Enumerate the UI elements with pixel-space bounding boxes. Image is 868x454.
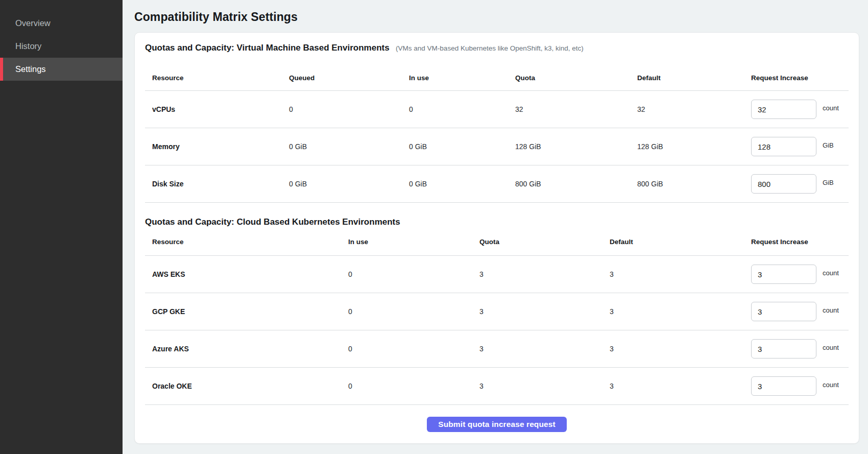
in-use-value: 0 GiB <box>409 180 515 188</box>
table-row-azure-aks: Azure AKS 0 3 3 count <box>145 330 849 368</box>
unit-label: GiB <box>823 179 834 186</box>
table-row-gcp-gke: GCP GKE 0 3 3 count <box>145 293 849 330</box>
main-content: Compatibility Matrix Settings Quotas and… <box>123 0 868 454</box>
column-header-in-use: In use <box>348 238 479 246</box>
default-value: 3 <box>610 270 751 278</box>
unit-label: GiB <box>823 141 834 149</box>
default-value: 32 <box>637 105 751 113</box>
column-header-resource: Resource <box>145 238 348 246</box>
in-use-value: 0 <box>348 382 479 390</box>
sidebar: Overview History Settings <box>0 0 123 454</box>
unit-label: count <box>823 306 839 314</box>
in-use-value: 0 GiB <box>409 142 515 151</box>
quota-value: 800 GiB <box>515 180 637 188</box>
resource-label: Azure AKS <box>145 345 348 353</box>
queued-value: 0 GiB <box>289 180 409 188</box>
default-value: 3 <box>610 382 751 390</box>
request-increase-cell: count <box>751 100 849 119</box>
request-increase-cell: count <box>751 339 849 359</box>
request-increase-cell: GiB <box>751 174 849 194</box>
sidebar-item-label: Settings <box>15 64 46 74</box>
sidebar-item-settings[interactable]: Settings <box>0 58 123 81</box>
card-footer: Submit quota increase request <box>145 405 849 444</box>
vm-section-heading-row: Quotas and Capacity: Virtual Machine Bas… <box>145 42 849 55</box>
sidebar-item-history[interactable]: History <box>0 35 123 58</box>
in-use-value: 0 <box>348 270 479 278</box>
submit-quota-increase-button[interactable]: Submit quota increase request <box>427 417 566 432</box>
request-increase-cell: count <box>751 302 849 321</box>
disk-size-request-input[interactable] <box>751 174 816 194</box>
unit-label: count <box>823 104 839 112</box>
vm-table-header: Resource Queued In use Quota Default Req… <box>145 65 849 91</box>
quota-value: 3 <box>479 307 610 316</box>
page-title: Compatibility Matrix Settings <box>134 9 859 25</box>
default-value: 3 <box>610 345 751 353</box>
resource-label: Oracle OKE <box>145 382 348 390</box>
resource-label: AWS EKS <box>145 270 348 278</box>
column-header-in-use: In use <box>409 74 515 82</box>
sidebar-item-overview[interactable]: Overview <box>0 12 123 35</box>
in-use-value: 0 <box>348 345 479 353</box>
unit-label: count <box>823 344 839 351</box>
default-value: 800 GiB <box>637 180 751 188</box>
column-header-request-increase: Request Increase <box>751 238 849 246</box>
sidebar-item-label: Overview <box>15 18 51 28</box>
unit-label: count <box>823 269 839 277</box>
column-header-default: Default <box>637 74 751 82</box>
request-increase-cell: GiB <box>751 137 849 156</box>
default-value: 128 GiB <box>637 142 751 151</box>
resource-label: Memory <box>145 142 289 151</box>
column-header-quota: Quota <box>479 238 610 246</box>
table-row-vcpus: vCPUs 0 0 32 32 count <box>145 91 849 128</box>
default-value: 3 <box>610 307 751 316</box>
quota-settings-card: Quotas and Capacity: Virtual Machine Bas… <box>134 32 859 444</box>
queued-value: 0 <box>289 105 409 113</box>
resource-label: GCP GKE <box>145 307 348 316</box>
column-header-quota: Quota <box>515 74 637 82</box>
vcpus-request-input[interactable] <box>751 100 816 119</box>
quota-value: 3 <box>479 270 610 278</box>
cloud-table-header: Resource In use Quota Default Request In… <box>145 228 849 256</box>
column-header-default: Default <box>610 238 751 246</box>
aws-eks-request-input[interactable] <box>751 265 816 284</box>
quota-value: 3 <box>479 382 610 390</box>
column-header-resource: Resource <box>145 74 289 82</box>
quota-value: 32 <box>515 105 637 113</box>
queued-value: 0 GiB <box>289 142 409 151</box>
vm-section-note: (VMs and VM-based Kubernetes like OpenSh… <box>396 44 584 52</box>
quota-value: 128 GiB <box>515 142 637 151</box>
gcp-gke-request-input[interactable] <box>751 302 816 321</box>
column-header-queued: Queued <box>289 74 409 82</box>
request-increase-cell: count <box>751 265 849 284</box>
resource-label: vCPUs <box>145 105 289 113</box>
table-row-disk-size: Disk Size 0 GiB 0 GiB 800 GiB 800 GiB Gi… <box>145 165 849 203</box>
azure-aks-request-input[interactable] <box>751 339 816 359</box>
column-header-request-increase: Request Increase <box>751 74 849 82</box>
in-use-value: 0 <box>348 307 479 316</box>
table-row-memory: Memory 0 GiB 0 GiB 128 GiB 128 GiB GiB <box>145 128 849 165</box>
request-increase-cell: count <box>751 376 849 396</box>
unit-label: count <box>823 381 839 389</box>
resource-label: Disk Size <box>145 180 289 188</box>
vm-section-heading: Quotas and Capacity: Virtual Machine Bas… <box>145 43 390 53</box>
active-item-indicator <box>0 58 3 81</box>
quota-value: 3 <box>479 345 610 353</box>
cloud-section-heading: Quotas and Capacity: Cloud Based Kuberne… <box>145 217 400 227</box>
memory-request-input[interactable] <box>751 137 816 156</box>
table-row-oracle-oke: Oracle OKE 0 3 3 count <box>145 368 849 405</box>
table-row-aws-eks: AWS EKS 0 3 3 count <box>145 256 849 293</box>
in-use-value: 0 <box>409 105 515 113</box>
cloud-section-heading-row: Quotas and Capacity: Cloud Based Kuberne… <box>145 216 849 228</box>
oracle-oke-request-input[interactable] <box>751 376 816 396</box>
sidebar-item-label: History <box>15 41 41 51</box>
